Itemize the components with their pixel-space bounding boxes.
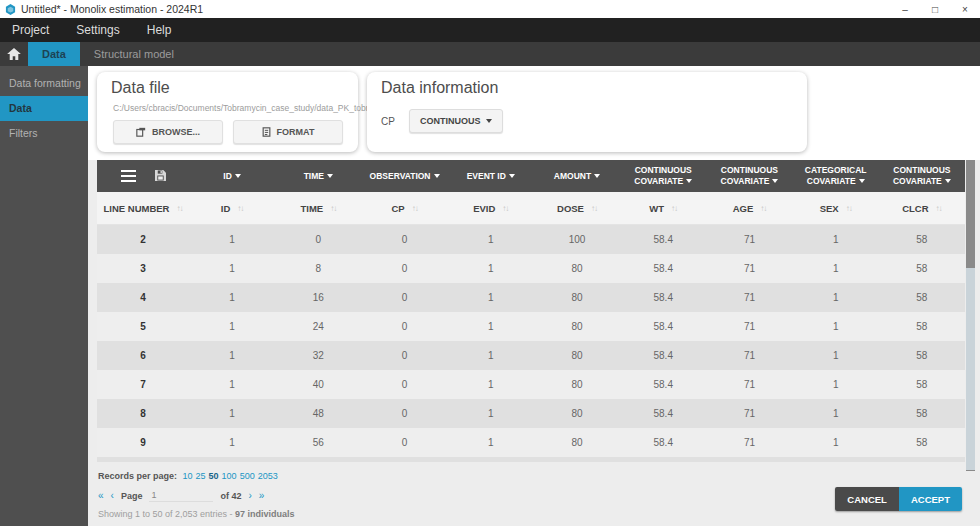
table-cell: 1 xyxy=(448,428,534,457)
sort-icon[interactable] xyxy=(412,204,418,213)
table-cell: 1 xyxy=(793,283,879,312)
table-body: 2100110058.471158318018058.4711584116018… xyxy=(97,225,965,457)
column-type-label: AMOUNT xyxy=(554,171,600,182)
column-type-label: ID xyxy=(223,171,241,182)
cp-field-label: CP xyxy=(381,116,395,127)
table-cell: 58 xyxy=(879,225,965,254)
sidebar-item-data-formatting[interactable]: Data formatting xyxy=(0,71,88,96)
page-number-input[interactable] xyxy=(149,489,213,502)
accept-button[interactable]: ACCEPT xyxy=(899,487,962,511)
table-header: LINE NUMBERIDTIMECPEVIDDOSEWTAGESEXCLCR xyxy=(97,192,965,225)
window-title: Untitled* - Monolix estimation - 2024R1 xyxy=(21,3,203,15)
table-cell: 1 xyxy=(448,399,534,428)
column-type-label: TIME xyxy=(304,171,333,182)
table-row[interactable]: 318018058.471158 xyxy=(97,254,965,283)
sort-icon[interactable] xyxy=(936,204,942,213)
column-type-dropdown[interactable]: CATEGORICAL COVARIATE xyxy=(793,160,879,192)
table-cell: 0 xyxy=(361,428,447,457)
table-row[interactable]: 2100110058.471158 xyxy=(97,225,965,254)
column-header[interactable]: CP xyxy=(361,192,447,224)
close-icon[interactable]: × xyxy=(950,0,980,18)
table-footer: Records per page: 1025501005002053 « ‹ P… xyxy=(88,471,980,526)
table-row[interactable]: 8148018058.471158 xyxy=(97,399,965,428)
save-icon[interactable] xyxy=(155,167,166,185)
records-per-page-option[interactable]: 10 xyxy=(183,471,193,481)
column-type-dropdown[interactable]: TIME xyxy=(275,160,361,192)
home-icon[interactable] xyxy=(0,42,28,66)
table-cell: 1 xyxy=(189,225,275,254)
table-row[interactable]: 9156018058.471158 xyxy=(97,428,965,457)
data-information-title: Data information xyxy=(367,72,807,97)
table-cell: 0 xyxy=(361,283,447,312)
sort-icon[interactable] xyxy=(846,204,852,213)
data-file-panel: Data file C:/Users/cbracis/Documents/Tob… xyxy=(97,72,358,152)
menu-hamburger-icon[interactable] xyxy=(121,167,136,185)
records-per-page-option[interactable]: 50 xyxy=(209,471,219,481)
sidebar-item-filters[interactable]: Filters xyxy=(0,121,88,146)
menu-help[interactable]: Help xyxy=(147,23,172,37)
browse-button[interactable]: BROWSE... xyxy=(113,120,223,144)
menu-settings[interactable]: Settings xyxy=(76,23,119,37)
maximize-icon[interactable]: □ xyxy=(920,0,950,18)
column-type-dropdown[interactable]: OBSERVATION xyxy=(361,160,447,192)
sidebar-item-data[interactable]: Data xyxy=(0,96,88,121)
first-page-button[interactable]: « xyxy=(98,490,104,501)
table-row[interactable]: 7140018058.471158 xyxy=(97,370,965,399)
column-type-dropdown[interactable]: EVENT ID xyxy=(448,160,534,192)
format-button[interactable]: FORMAT xyxy=(233,120,343,144)
column-type-dropdown[interactable]: CONTINUOUS COVARIATE xyxy=(706,160,792,192)
individuals-count: 97 individuals xyxy=(235,509,295,519)
table-cell: 1 xyxy=(189,254,275,283)
records-per-page-option[interactable]: 2053 xyxy=(258,471,278,481)
table-cell: 58 xyxy=(879,370,965,399)
menu-project[interactable]: Project xyxy=(12,23,49,37)
column-header[interactable]: DOSE xyxy=(534,192,620,224)
prev-page-button[interactable]: ‹ xyxy=(111,490,114,501)
last-page-button[interactable]: » xyxy=(259,490,265,501)
column-header[interactable]: WT xyxy=(620,192,706,224)
column-type-dropdown[interactable]: ID xyxy=(189,160,275,192)
table-cell: 80 xyxy=(534,312,620,341)
table-cell: 1 xyxy=(793,428,879,457)
sort-icon[interactable] xyxy=(237,204,243,213)
tab-data[interactable]: Data xyxy=(28,42,80,66)
column-header[interactable]: SEX xyxy=(793,192,879,224)
records-per-page-option[interactable]: 100 xyxy=(222,471,237,481)
tab-bar: Data Structural model xyxy=(0,42,980,66)
sort-icon[interactable] xyxy=(591,204,597,213)
records-per-page-label: Records per page: xyxy=(98,471,177,481)
sort-icon[interactable] xyxy=(502,204,508,213)
column-header[interactable]: EVID xyxy=(448,192,534,224)
sort-icon[interactable] xyxy=(176,204,182,213)
minimize-icon[interactable]: – xyxy=(890,0,920,18)
table-cell: 1 xyxy=(793,312,879,341)
sort-icon[interactable] xyxy=(760,204,766,213)
cancel-button[interactable]: CANCEL xyxy=(835,487,899,511)
cp-type-dropdown[interactable]: CONTINUOUS xyxy=(409,109,504,133)
column-header[interactable]: AGE xyxy=(706,192,792,224)
table-row[interactable]: 4116018058.471158 xyxy=(97,283,965,312)
records-per-page-option[interactable]: 25 xyxy=(196,471,206,481)
scrollbar-thumb[interactable] xyxy=(966,268,975,470)
app-window: Untitled* - Monolix estimation - 2024R1 … xyxy=(0,0,980,526)
column-type-dropdown[interactable]: CONTINUOUS COVARIATE xyxy=(879,160,965,192)
sort-icon[interactable] xyxy=(330,204,336,213)
sort-icon[interactable] xyxy=(671,204,677,213)
table-cell: 1 xyxy=(793,399,879,428)
column-header[interactable]: CLCR xyxy=(879,192,965,224)
tab-structural-model[interactable]: Structural model xyxy=(80,42,188,66)
column-header-label: TIME xyxy=(300,203,323,214)
table-row[interactable]: 6132018058.471158 xyxy=(97,341,965,370)
column-type-label: CONTINUOUS COVARIATE xyxy=(710,165,788,186)
table-cell: 32 xyxy=(275,341,361,370)
column-header[interactable]: ID xyxy=(189,192,275,224)
table-cell: 9 xyxy=(97,428,189,457)
table-cell: 16 xyxy=(275,283,361,312)
column-header[interactable]: TIME xyxy=(275,192,361,224)
next-page-button[interactable]: › xyxy=(248,490,251,501)
column-header[interactable]: LINE NUMBER xyxy=(97,192,189,224)
column-type-dropdown[interactable]: AMOUNT xyxy=(534,160,620,192)
table-row[interactable]: 5124018058.471158 xyxy=(97,312,965,341)
records-per-page-option[interactable]: 500 xyxy=(240,471,255,481)
column-type-dropdown[interactable]: CONTINUOUS COVARIATE xyxy=(620,160,706,192)
